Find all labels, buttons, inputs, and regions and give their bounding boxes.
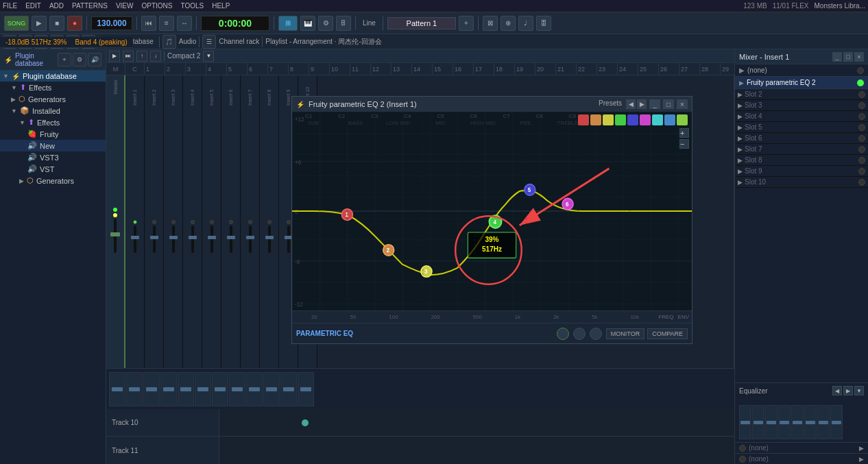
sidebar-item-new[interactable]: 🔊 New [0,140,106,151]
menu-help[interactable]: HELP [212,2,230,10]
slot-2[interactable]: ▶ Slot 2 [735,89,868,100]
eq-mini-btn2[interactable]: ▶ [843,386,853,395]
eq-titlebar[interactable]: ⚡ Fruity parametric EQ 2 (Insert 1) Pres… [292,97,692,112]
arr-btn1[interactable]: ▶ [109,51,120,62]
transport-btn1[interactable]: ⏮ [141,16,156,31]
eq-slot-active[interactable]: ▶ Fruity parametric EQ 2 [735,77,868,89]
sidebar-item-effects-1[interactable]: ▼ ⬆ Effects [0,82,106,93]
piano-roll-btn[interactable]: 🎹 [300,16,315,31]
presets-prev[interactable]: ◀ [626,99,636,109]
eq-mini-btn1[interactable]: ◀ [832,386,842,395]
slot-10[interactable]: ▶ Slot 10 [735,177,868,188]
insert-6-fader-knob[interactable] [227,236,235,239]
insert-8-fader-knob[interactable] [265,236,274,239]
arr-btn4[interactable]: ↓ [150,51,161,62]
bottom-fader-2[interactable] [143,372,160,406]
slot-4[interactable]: ▶ Slot 4 [735,111,868,122]
band-btn-5[interactable] [627,114,638,125]
band-btn-3[interactable] [603,114,614,125]
right-fader-3[interactable] [778,405,791,439]
sidebar-item-effects-2[interactable]: ▼ ⬆ Effects [0,117,106,128]
menu-view[interactable]: VIEW [116,2,134,10]
pattern-add[interactable]: + [459,16,474,31]
bpm-display[interactable]: 130.000 [91,16,132,30]
play-button[interactable]: ▶ [32,16,47,31]
mini-ctrl-2[interactable]: − [679,139,689,149]
bottom-fader-0[interactable] [109,372,125,406]
insert-7-fader-knob[interactable] [246,236,254,239]
right-fader-1[interactable] [752,405,764,439]
slot-9[interactable]: ▶ Slot 9 [735,166,868,177]
band-btn-6[interactable] [640,114,651,125]
line-mode[interactable]: Line [360,19,378,27]
arr-btn5[interactable]: ▼ [203,51,214,62]
bottom-fader-9[interactable] [263,372,280,406]
sidebar-item-generators-1[interactable]: ▶ ⬡ Generators [0,93,106,105]
slot-7[interactable]: ▶ Slot 7 [735,144,868,155]
bottom-slot-2[interactable]: (none) ▶ [735,453,868,464]
slot-3[interactable]: ▶ Slot 3 [735,100,868,111]
mini-ctrl-1[interactable]: + [679,128,689,138]
bottom-fader-10[interactable] [280,372,297,406]
menu-add[interactable]: ADD [49,2,64,10]
eq-knob2[interactable] [573,328,586,340]
right-fader-6[interactable] [817,405,830,439]
eq-mini-btn3[interactable]: ▼ [854,386,864,395]
eq-knob3[interactable] [590,328,602,340]
slot-6[interactable]: ▶ Slot 6 [735,133,868,144]
right-fader-5[interactable] [804,405,817,439]
insert-3-fader-knob[interactable] [169,236,178,239]
snap-btn[interactable]: ⊠ [483,16,498,31]
menu-file[interactable]: FILE [3,2,17,10]
sidebar-btn2[interactable]: ⚙ [73,53,86,66]
eq-compare-btn[interactable]: COMPARE [647,328,688,339]
mi-btn2[interactable]: □ [843,52,853,62]
sidebar-btn3[interactable]: 🔊 [88,53,101,66]
sidebar-item-fruity[interactable]: 🍓 Fruity [0,128,106,140]
sidebar-item-plugin-database[interactable]: ▼ ⚡ Plugin database [0,71,106,82]
pattern-display[interactable]: Pattern 1 [387,17,456,29]
menu-edit[interactable]: EDIT [25,2,41,10]
tb-channel-rack[interactable]: ☰ [202,35,216,49]
transport-btn3[interactable]: ↔ [177,16,192,31]
menu-tools[interactable]: TOOLS [180,2,204,10]
band-btn-2[interactable] [590,114,601,125]
band-btn-9[interactable] [677,114,688,125]
metronome-btn[interactable]: ♩ [518,16,533,31]
band-btn-7[interactable] [652,114,663,125]
right-fader-2[interactable] [765,405,777,439]
bottom-fader-1[interactable] [126,372,143,406]
bottom-fader-8[interactable] [246,372,263,406]
sidebar-item-vst[interactable]: 🔊 VST [0,163,106,175]
slot-8[interactable]: ▶ Slot 8 [735,155,868,166]
playlist-btn[interactable]: ⊞ [278,16,298,31]
right-fader-7[interactable] [830,405,843,439]
right-fader-0[interactable] [739,405,751,439]
master-fader-knob[interactable] [110,232,120,236]
none-selector[interactable]: ▶ (none) [735,64,868,77]
band-btn-4[interactable] [615,114,626,125]
bottom-fader-6[interactable] [212,372,228,406]
bottom-fader-11[interactable] [298,372,314,406]
eq-monitor-btn[interactable]: MONITOR [606,328,644,339]
sidebar-btn1[interactable]: + [58,53,71,66]
slot-5[interactable]: ▶ Slot 5 [735,122,868,133]
channel-rack-btn[interactable]: ⚙ [318,16,333,31]
tb-audio[interactable]: 🎵 [162,35,176,49]
mi-btn1[interactable]: _ [832,52,842,62]
bottom-fader-3[interactable] [160,372,177,406]
bottom-fader-7[interactable] [229,372,245,406]
eq-maximize[interactable]: □ [663,99,674,109]
track-10-event[interactable] [302,419,309,426]
insert-5-fader-knob[interactable] [208,236,216,239]
eq-close[interactable]: × [677,99,688,109]
zoom-btn[interactable]: ⊕ [501,16,516,31]
sidebar-item-vst3[interactable]: 🔊 VST3 [0,151,106,163]
mixer-btn[interactable]: 🎚 [336,16,351,31]
band-btn-8[interactable] [664,114,675,125]
insert-1-fader-knob[interactable] [131,236,139,239]
band-btn-1[interactable] [578,114,589,125]
arr-btn3[interactable]: ↑ [136,51,147,62]
insert-2-fader-knob[interactable] [150,236,158,239]
arr-btn2[interactable]: ⏭ [123,51,134,62]
